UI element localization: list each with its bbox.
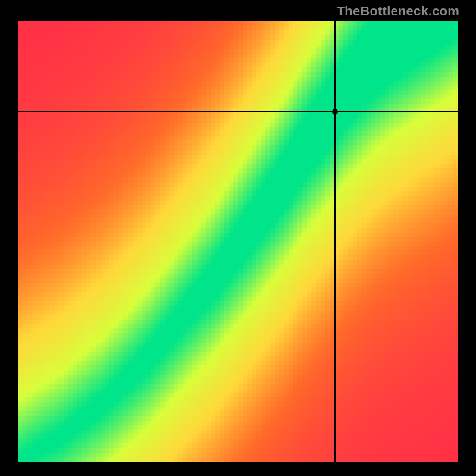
crosshair-horizontal [18, 111, 458, 112]
attribution-text: TheBottleneck.com [337, 4, 459, 19]
heatmap-plot [18, 21, 458, 462]
heatmap-canvas [18, 21, 458, 462]
crosshair-vertical [334, 21, 336, 462]
crosshair-marker [332, 109, 338, 115]
